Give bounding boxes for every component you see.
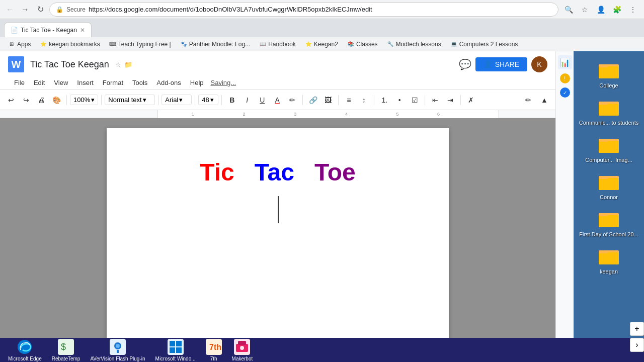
classes-icon: 📚 [347,41,354,48]
folder-icon[interactable]: 📁 [124,61,132,68]
align-button[interactable]: ≡ [342,93,356,107]
menu-file[interactable]: File [10,77,29,88]
style-dropdown-icon: ▾ [143,96,146,104]
zoom-value: 100% [73,96,90,104]
7th-label: 7th [210,356,217,361]
format-paint-button[interactable]: 🎨 [49,93,63,107]
print-button[interactable]: 🖨 [34,93,48,107]
bullet-list-button[interactable]: • [392,93,407,107]
taskbar-rebate[interactable]: $ RebateTemp [48,337,85,363]
menu-insert[interactable]: Insert [73,77,98,88]
svg-point-18 [18,340,32,354]
activity-panel-btn[interactable]: 📊 [558,55,572,69]
bookmark-apps[interactable]: ⊞ Apps [4,40,35,49]
explore-panel-btn[interactable]: ✓ [560,87,570,98]
document-title-text: Tic Tac Toe [147,158,409,186]
bookmarks-bar: ⊞ Apps ⭐ keegan bookmarks ⌨ Teach Typing… [0,37,644,51]
taskbar-windows[interactable]: Microsoft Windo... [151,337,200,363]
active-tab[interactable]: 📄 Tic Tac Toe - Keegan ✕ [4,22,92,37]
extensions-btn[interactable]: 🧩 [610,3,624,17]
bookmark-star-btn[interactable]: ☆ [578,3,592,17]
docs-header: W Tic Tac Toe Keegan ☆ 📁 💬 👤 SHARE K [0,51,555,90]
desktop-icon-firstday[interactable]: First Day of School 20... [574,204,644,239]
bookmark-keegan2[interactable]: ⭐ Keegan2 [301,40,342,49]
menu-edit[interactable]: Edit [30,77,49,88]
highlight-button[interactable]: ✏ [285,93,299,107]
share-button[interactable]: 👤 SHARE [475,57,527,71]
ruler-inner: 1 2 3 4 5 6 [157,110,499,118]
bookmark-handbook[interactable]: 📖 Handbook [255,40,300,49]
svg-rect-4 [599,104,619,116]
teach-typing-icon: ⌨ [109,41,116,48]
document-scroll-area[interactable]: Tic Tac Toe + › [0,118,555,338]
italic-button[interactable]: I [240,93,254,107]
menu-format[interactable]: Format [99,77,127,88]
desktop-icon-connor[interactable]: Connor [574,167,644,202]
separator-8 [374,95,374,105]
bookmark-classes[interactable]: 📚 Classes [343,40,382,49]
zoom-selector[interactable]: 100% ▾ [70,95,98,105]
link-button[interactable]: 🔗 [306,93,320,107]
checklist-button[interactable]: ☑ [408,93,422,107]
profile-btn[interactable]: 👤 [594,3,608,17]
menu-addons[interactable]: Add-ons [152,77,185,88]
numbered-list-button[interactable]: 1. [377,93,391,107]
menu-btn[interactable]: ⋮ [626,3,640,17]
image-button[interactable]: 🖼 [321,93,335,107]
bold-button[interactable]: B [225,93,239,107]
separator-5 [221,95,222,105]
menu-view[interactable]: View [50,77,72,88]
paragraph-style-selector[interactable]: Normal text ▾ [105,95,155,105]
search-icon-btn[interactable]: 🔍 [561,3,576,17]
taskbar-7th[interactable]: 7th 7th [202,337,226,363]
edit-mode-button[interactable]: ✏ [521,93,535,107]
handbook-icon: 📖 [259,41,266,48]
indent-more-button[interactable]: ⇥ [443,93,457,107]
secure-label: Secure [66,6,86,13]
forward-button[interactable]: → [19,4,31,16]
underline-button[interactable]: U [255,93,269,107]
bookmark-keegan[interactable]: ⭐ keegan bookmarks [36,40,104,49]
taskbar-avervision[interactable]: AVerVision Flash Plug-in [86,337,149,363]
refresh-button[interactable]: ↻ [34,4,46,16]
undo-button[interactable]: ↩ [4,93,18,107]
comment-panel-btn[interactable]: ! [560,73,570,83]
desktop-icon-communic[interactable]: Communic... to students [574,93,644,128]
tab-close-icon[interactable]: ✕ [80,27,85,34]
menu-tools[interactable]: Tools [128,77,151,88]
text-color-button[interactable]: A [270,93,284,107]
avervision-icon [110,339,126,355]
address-bar[interactable]: 🔒 Secure https://docs.google.com/documen… [49,3,558,17]
tab-title: Tic Tac Toe - Keegan [21,27,77,34]
svg-rect-24 [117,350,119,353]
share-icon: 👤 [484,60,492,68]
clear-format-button[interactable]: ✗ [464,93,478,107]
bookmark-modtech[interactable]: 🔧 Modtech lessons [383,40,445,49]
document-page[interactable]: Tic Tac Toe [107,128,449,338]
taskbar-edge[interactable]: Microsoft Edge [4,337,46,363]
redo-button[interactable]: ↪ [19,93,33,107]
font-selector[interactable]: Arial ▾ [162,95,192,105]
comments-btn[interactable]: 💬 [459,58,471,70]
firstday-folder-icon [597,206,621,230]
menu-help[interactable]: Help [186,77,208,88]
bookmark-computers2[interactable]: 💻 Computers 2 Lessons [446,40,522,49]
collapse-toolbar-button[interactable]: ▲ [537,93,551,107]
desktop-icon-computer-img[interactable]: Computer... Imag... [574,130,644,165]
separator-3 [158,95,158,105]
modtech-icon: 🔧 [387,41,394,48]
desktop-icon-keegan[interactable]: keegan [574,241,644,277]
indent-less-button[interactable]: ⇤ [428,93,442,107]
taskbar-makerbot[interactable]: Makerbot [228,337,257,363]
desktop-icon-college[interactable]: College [574,55,644,90]
document-title[interactable]: Tic Tac Toe Keegan [30,59,109,70]
user-avatar[interactable]: K [531,56,547,72]
tab-favicon: 📄 [11,27,18,34]
line-spacing-button[interactable]: ↕ [357,93,371,107]
bookmark-classes-label: Classes [356,41,378,48]
bookmark-panther[interactable]: 🐾 Panther Moodle: Log... [176,40,254,49]
back-button[interactable]: ← [4,4,16,16]
font-size-selector[interactable]: 48 ▾ [198,95,218,105]
bookmark-teach-typing[interactable]: ⌨ Teach Typing Free | [105,40,175,49]
star-icon[interactable]: ☆ [115,61,121,68]
